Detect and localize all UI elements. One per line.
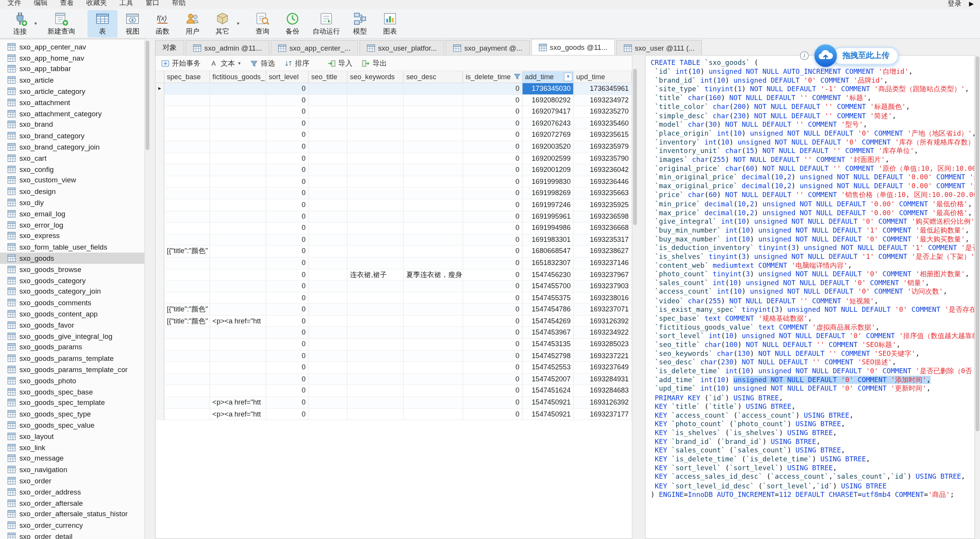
cell-seo_desc[interactable]: [404, 199, 463, 210]
cell-fictitious_goods_value[interactable]: <p><a href="htt: [210, 409, 267, 420]
cell-sort_level[interactable]: 0: [266, 223, 309, 233]
cell-fictitious_goods_value[interactable]: [210, 385, 267, 396]
cell-fictitious_goods_value[interactable]: [210, 327, 267, 338]
sidebar-table-sxo_goods_spec_type[interactable]: sxo_goods_spec_type: [0, 408, 144, 420]
cell-add_time[interactable]: 1547452798: [523, 350, 574, 361]
column-header-upd_time[interactable]: upd_time: [574, 71, 632, 82]
cell-is_delete_time[interactable]: 0: [463, 130, 523, 141]
sidebar-table-sxo_layout[interactable]: sxo_layout: [0, 431, 144, 442]
cell-is_delete_time[interactable]: 0: [463, 374, 523, 384]
cell-spec_base[interactable]: [165, 106, 210, 117]
cell-is_delete_time[interactable]: 0: [463, 339, 523, 350]
cell-is_delete_time[interactable]: 0: [463, 281, 523, 292]
row-marker[interactable]: [156, 362, 165, 373]
cell-seo_keywords[interactable]: [348, 316, 404, 326]
sidebar-table-sxo_order[interactable]: sxo_order: [0, 475, 144, 486]
cell-seo_keywords[interactable]: [348, 234, 404, 245]
cell-fictitious_goods_value[interactable]: [210, 95, 267, 105]
cell-seo_desc[interactable]: [404, 234, 463, 245]
cell-seo_desc[interactable]: [404, 362, 463, 373]
cell-sort_level[interactable]: 0: [266, 316, 309, 326]
menu-编辑[interactable]: 编辑: [34, 0, 48, 7]
cell-is_delete_time[interactable]: 0: [463, 188, 523, 199]
cell-seo_keywords[interactable]: [348, 83, 404, 94]
cell-fictitious_goods_value[interactable]: [210, 339, 267, 350]
cell-seo_desc[interactable]: [404, 385, 463, 396]
row-marker[interactable]: [156, 339, 165, 350]
cell-upd_time[interactable]: 1693235317: [574, 234, 632, 245]
row-marker[interactable]: [156, 257, 165, 268]
cell-is_delete_time[interactable]: 0: [463, 246, 523, 257]
cell-seo_title[interactable]: [309, 176, 347, 187]
cell-seo_title[interactable]: [309, 350, 347, 361]
cell-upd_time[interactable]: 1693238016: [574, 292, 632, 303]
sidebar-table-sxo_design[interactable]: sxo_design: [0, 186, 144, 197]
cell-seo_keywords[interactable]: [348, 385, 404, 396]
grid-toolbar-sort[interactable]: 排序: [284, 58, 309, 68]
tab-sxo_user_platfor[interactable]: sxo_user_platfor...: [359, 40, 444, 55]
cell-sort_level[interactable]: 0: [266, 118, 309, 129]
cell-sort_level[interactable]: 0: [266, 385, 309, 396]
cell-add_time[interactable]: 1547455375: [523, 292, 574, 303]
cell-sort_level[interactable]: 0: [266, 176, 309, 187]
cell-sort_level[interactable]: 0: [266, 292, 309, 303]
cell-upd_time[interactable]: 1693236668: [574, 223, 632, 233]
row-marker[interactable]: [156, 153, 165, 164]
cell-seo_keywords[interactable]: [348, 362, 404, 373]
cell-spec_base[interactable]: [165, 130, 210, 141]
row-marker[interactable]: [156, 211, 165, 222]
toolbar-backup[interactable]: 备份: [277, 10, 307, 37]
chevron-down-icon[interactable]: ▾: [34, 20, 37, 26]
sidebar-table-sxo_goods_spec_base[interactable]: sxo_goods_spec_base: [0, 386, 144, 397]
cell-is_delete_time[interactable]: 0: [463, 83, 523, 94]
cell-upd_time[interactable]: 1693238627: [574, 246, 632, 257]
cell-seo_keywords[interactable]: [348, 95, 404, 105]
cell-is_delete_time[interactable]: 0: [463, 327, 523, 338]
cell-seo_title[interactable]: [309, 223, 347, 233]
toolbar-user[interactable]: 用户: [178, 10, 208, 37]
cell-seo_title[interactable]: [309, 199, 347, 210]
row-marker[interactable]: [156, 269, 165, 280]
cell-sort_level[interactable]: 0: [266, 339, 309, 350]
cell-fictitious_goods_value[interactable]: [210, 141, 267, 152]
cell-is_delete_time[interactable]: 0: [463, 165, 523, 175]
tab-sxo_goods-11[interactable]: sxo_goods @11...: [531, 39, 615, 55]
cell-seo_desc[interactable]: [404, 257, 463, 268]
row-marker[interactable]: [156, 223, 165, 233]
cell-add_time[interactable]: 1692072769: [523, 130, 574, 141]
cell-seo_desc[interactable]: [404, 211, 463, 222]
cell-spec_base[interactable]: [165, 374, 210, 384]
cell-spec_base[interactable]: [165, 118, 210, 129]
cell-add_time[interactable]: 1691999830: [523, 176, 574, 187]
sql-scrollbar[interactable]: [975, 55, 980, 539]
row-marker[interactable]: [156, 397, 165, 408]
cell-spec_base[interactable]: [165, 83, 210, 94]
cell-fictitious_goods_value[interactable]: [210, 199, 267, 210]
cell-upd_time[interactable]: 1693237967: [574, 269, 632, 280]
cell-spec_base[interactable]: [165, 281, 210, 292]
menu-收藏夹[interactable]: 收藏夹: [86, 0, 107, 7]
sidebar-table-sxo_message[interactable]: sxo_message: [0, 453, 144, 464]
cell-seo_desc[interactable]: [404, 292, 463, 303]
grid-toolbar-export[interactable]: 导出: [362, 58, 387, 68]
cell-is_delete_time[interactable]: 0: [463, 211, 523, 222]
column-header-seo_desc[interactable]: seo_desc: [404, 71, 463, 82]
sidebar-table-sxo_cart[interactable]: sxo_cart: [0, 153, 144, 164]
cell-sort_level[interactable]: 0: [266, 327, 309, 338]
sort-dropdown-icon[interactable]: ▾: [564, 73, 572, 82]
sidebar-table-sxo_article_category[interactable]: sxo_article_category: [0, 86, 144, 97]
toolbar-view[interactable]: 视图: [117, 10, 148, 37]
sidebar-table-sxo_order_currency[interactable]: sxo_order_currency: [0, 520, 144, 531]
cell-is_delete_time[interactable]: 0: [463, 118, 523, 129]
tab-sxo_admin-11[interactable]: sxo_admin @11...: [186, 40, 270, 55]
cell-spec_base[interactable]: [165, 269, 210, 280]
cell-is_delete_time[interactable]: 0: [463, 316, 523, 326]
cell-upd_time[interactable]: 1693235925: [574, 199, 632, 210]
row-marker[interactable]: [156, 246, 165, 257]
row-marker[interactable]: [156, 350, 165, 361]
toolbar-automation[interactable]: 自动运行: [307, 10, 345, 37]
cell-fictitious_goods_value[interactable]: [210, 130, 267, 141]
sidebar-table-sxo_goods_params_template[interactable]: sxo_goods_params_template: [0, 353, 144, 364]
cell-add_time[interactable]: 1547454269: [523, 316, 574, 326]
cell-seo_title[interactable]: [309, 339, 347, 350]
